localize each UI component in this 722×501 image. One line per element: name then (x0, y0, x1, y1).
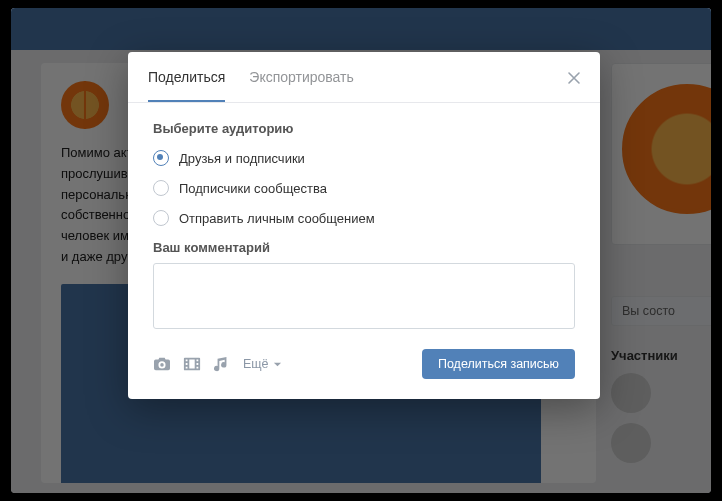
close-icon (567, 71, 581, 85)
attachments-bar: Ещё (153, 356, 282, 372)
attach-more-button[interactable]: Ещё (243, 357, 282, 371)
option-friends[interactable]: Друзья и подписчики (153, 150, 575, 166)
camera-icon (153, 356, 171, 372)
tab-share[interactable]: Поделиться (148, 52, 225, 102)
option-private[interactable]: Отправить личным сообщением (153, 210, 575, 226)
tab-export[interactable]: Экспортировать (249, 52, 353, 102)
modal-header: Поделиться Экспортировать (128, 52, 600, 103)
comment-input[interactable] (153, 263, 575, 329)
option-community[interactable]: Подписчики сообщества (153, 180, 575, 196)
option-label: Отправить личным сообщением (179, 211, 375, 226)
modal-body: Выберите аудиторию Друзья и подписчики П… (128, 103, 600, 333)
attach-video-button[interactable] (183, 356, 201, 372)
attach-photo-button[interactable] (153, 356, 171, 372)
option-label: Друзья и подписчики (179, 151, 305, 166)
option-label: Подписчики сообщества (179, 181, 327, 196)
close-button[interactable] (562, 66, 586, 90)
radio-icon (153, 180, 169, 196)
attach-audio-button[interactable] (213, 356, 231, 372)
video-icon (183, 356, 201, 372)
music-icon (213, 356, 231, 372)
comment-label: Ваш комментарий (153, 240, 575, 255)
radio-icon (153, 150, 169, 166)
chevron-down-icon (273, 360, 282, 369)
share-modal: Поделиться Экспортировать Выберите аудит… (128, 52, 600, 399)
share-submit-button[interactable]: Поделиться записью (422, 349, 575, 379)
more-label: Ещё (243, 357, 269, 371)
radio-icon (153, 210, 169, 226)
audience-title: Выберите аудиторию (153, 121, 575, 136)
modal-footer: Ещё Поделиться записью (128, 333, 600, 399)
